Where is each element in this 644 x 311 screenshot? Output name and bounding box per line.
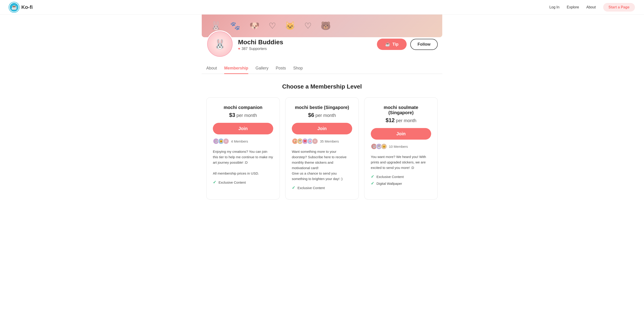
card-price-bestie: $6 per month <box>292 112 352 118</box>
card-members-companion: 🐰 🐱 + 4 Members <box>213 138 273 144</box>
join-button-soulmate[interactable]: Join <box>371 128 431 140</box>
membership-card-companion: mochi companion $3 per month Join 🐰 🐱 + … <box>206 98 280 200</box>
card-feature: ✓ Exclusive Content <box>371 174 431 179</box>
logo[interactable]: ☕ Ko-fi <box>9 2 33 12</box>
check-icon: ✓ <box>213 180 216 185</box>
tab-membership[interactable]: Membership <box>224 63 248 74</box>
card-features-bestie: ✓ Exclusive Content <box>292 185 352 192</box>
profile-actions: ☕ Tip Follow <box>377 30 438 50</box>
member-avatar: + <box>312 138 318 144</box>
card-description-bestie: Want something more to your doorstep? Su… <box>292 149 352 182</box>
logo-text: Ko-fi <box>21 4 33 10</box>
member-avatars-companion: 🐰 🐱 + <box>213 138 229 144</box>
card-features-soulmate: ✓ Exclusive Content ✓ Digital Wallpaper <box>371 174 431 188</box>
start-page-button[interactable]: Start a Page <box>603 3 635 12</box>
profile-info: Mochi Buddies ♥ 387 Supporters <box>238 30 372 51</box>
tip-button[interactable]: ☕ Tip <box>377 38 407 50</box>
card-members-soulmate: 🐰 ☕ 🐱 10 Members <box>371 143 431 150</box>
membership-section: Choose a Membership Level mochi companio… <box>202 83 442 200</box>
tabs: About Membership Gallery Posts Shop <box>206 63 438 74</box>
profile-section: 🐰 Mochi Buddies ♥ 387 Supporters ☕ Tip F… <box>202 30 442 58</box>
card-features-companion: ✓ Exclusive Content <box>213 180 273 186</box>
member-avatar: + <box>223 138 229 144</box>
membership-card-bestie: mochi bestie (Singapore) $6 per month Jo… <box>285 98 359 200</box>
card-members-bestie: 🍡 ☕ 🎀 🌸 + 35 Members <box>292 138 352 144</box>
card-title-bestie: mochi bestie (Singapore) <box>292 105 352 110</box>
nav-about[interactable]: About <box>586 5 596 9</box>
member-avatars-bestie: 🍡 ☕ 🎀 🌸 + <box>292 138 318 144</box>
logo-icon: ☕ <box>9 2 19 12</box>
tabs-container: About Membership Gallery Posts Shop <box>202 63 442 74</box>
card-feature: ✓ Exclusive Content <box>213 180 273 185</box>
member-avatars-soulmate: 🐰 ☕ 🐱 <box>371 143 387 150</box>
membership-cards: mochi companion $3 per month Join 🐰 🐱 + … <box>206 98 438 200</box>
card-feature: ✓ Exclusive Content <box>292 185 352 190</box>
membership-card-soulmate: mochi soulmate (Singapore) $12 per month… <box>364 98 438 200</box>
card-price-soulmate: $12 per month <box>371 117 431 124</box>
supporters-count: 387 <box>242 47 248 51</box>
card-description-companion: Enjoying my creations? You can join this… <box>213 149 273 176</box>
supporters-label: Supporters <box>249 47 267 51</box>
avatar: 🐰 <box>206 30 234 58</box>
navbar-links: Log In Explore About Start a Page <box>549 3 635 12</box>
card-feature: ✓ Digital Wallpaper <box>371 181 431 186</box>
card-description-soulmate: You want more? We heard you! With prints… <box>371 154 431 170</box>
tab-gallery[interactable]: Gallery <box>256 63 268 74</box>
check-icon: ✓ <box>371 174 374 179</box>
check-icon: ✓ <box>371 181 374 186</box>
tab-posts[interactable]: Posts <box>276 63 286 74</box>
card-title-companion: mochi companion <box>213 105 273 110</box>
join-button-companion[interactable]: Join <box>213 123 273 134</box>
join-button-bestie[interactable]: Join <box>292 123 352 134</box>
check-icon: ✓ <box>292 185 295 190</box>
profile-name: Mochi Buddies <box>238 38 372 46</box>
navbar: ☕ Ko-fi Log In Explore About Start a Pag… <box>0 0 644 14</box>
nav-explore[interactable]: Explore <box>566 5 579 9</box>
card-price-companion: $3 per month <box>213 112 273 118</box>
profile-supporters: ♥ 387 Supporters <box>238 47 372 51</box>
membership-title: Choose a Membership Level <box>206 83 438 90</box>
tip-cup-icon: ☕ <box>385 42 390 47</box>
tab-about[interactable]: About <box>206 63 217 74</box>
tip-label: Tip <box>392 42 398 47</box>
nav-login[interactable]: Log In <box>549 5 559 9</box>
member-avatar: 🐱 <box>381 143 387 150</box>
heart-icon: ♥ <box>238 47 240 51</box>
follow-button[interactable]: Follow <box>410 39 438 50</box>
card-title-soulmate: mochi soulmate (Singapore) <box>371 105 431 115</box>
tab-shop[interactable]: Shop <box>293 63 303 74</box>
